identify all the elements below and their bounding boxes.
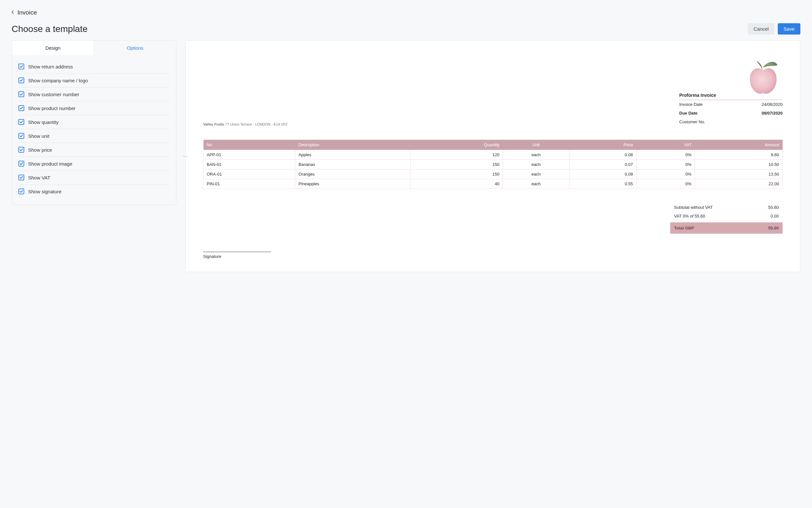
invoice-preview: Valley Fruits 77 Union Terrace - LONDON … bbox=[185, 40, 800, 272]
option-row: Show quantity bbox=[18, 115, 169, 129]
cell-vat: 0% bbox=[636, 150, 695, 160]
col-price: Price bbox=[570, 140, 636, 150]
option-row: Show unit bbox=[18, 129, 169, 143]
breadcrumb-label: Invoice bbox=[17, 9, 37, 16]
cell-unit: each bbox=[503, 160, 570, 169]
breadcrumb[interactable]: Invoice bbox=[12, 0, 800, 19]
col-unit: Unit bbox=[503, 140, 570, 150]
option-row: Show VAT bbox=[18, 171, 169, 184]
cell-vat: 0% bbox=[636, 169, 695, 179]
cell-amount: 22.00 bbox=[695, 179, 782, 189]
page-title: Choose a template bbox=[12, 24, 87, 34]
col-desc: Description bbox=[295, 140, 411, 150]
cell-no: APP-01 bbox=[203, 150, 295, 160]
cell-desc: Apples bbox=[295, 150, 411, 160]
invoice-date-value: 24/06/2020 bbox=[762, 102, 783, 107]
signature-label: Signature bbox=[203, 254, 221, 259]
checkbox[interactable] bbox=[18, 161, 24, 167]
cell-unit: each bbox=[503, 179, 570, 189]
option-label: Show return address bbox=[28, 64, 73, 70]
invoice-title: Proforma Invoice bbox=[679, 93, 783, 100]
total-label: Total GBP bbox=[674, 225, 694, 230]
vat-label: VAT 0% of 55.60 bbox=[674, 214, 705, 218]
table-row: BAN-01Bananas150each0.070%10.50 bbox=[203, 160, 783, 169]
cell-unit: each bbox=[503, 150, 570, 160]
subtotal-label: Subtotal without VAT bbox=[674, 205, 712, 210]
sender-address: Valley Fruits 77 Union Terrace - LONDON … bbox=[203, 122, 287, 126]
option-label: Show VAT bbox=[28, 175, 50, 180]
checkbox[interactable] bbox=[18, 133, 24, 139]
option-label: Show company name / logo bbox=[28, 78, 88, 83]
cell-desc: Bananas bbox=[295, 160, 411, 169]
checkbox[interactable] bbox=[18, 119, 24, 125]
cell-amount: 10.50 bbox=[695, 160, 782, 169]
totals-block: Subtotal without VAT 55.60 VAT 0% of 55.… bbox=[670, 203, 783, 234]
cell-vat: 0% bbox=[636, 179, 695, 189]
cell-no: BAN-01 bbox=[203, 160, 295, 169]
cell-price: 0.55 bbox=[570, 179, 636, 189]
option-row: Show company name / logo bbox=[18, 74, 169, 87]
table-row: APP-01Apples120each0.080%9.60 bbox=[203, 150, 783, 160]
chevron-left-icon[interactable] bbox=[12, 10, 14, 15]
customer-no-label: Customer No. bbox=[679, 119, 705, 124]
option-label: Show product image bbox=[28, 161, 72, 167]
table-row: ORA-01Oranges150each0.090%13.50 bbox=[203, 169, 783, 179]
cell-qty: 150 bbox=[411, 160, 503, 169]
option-label: Show price bbox=[28, 147, 52, 153]
cell-no: PIN-01 bbox=[203, 179, 295, 189]
col-no: No bbox=[203, 140, 295, 150]
tab-design[interactable]: Design bbox=[12, 40, 94, 55]
option-row: Show return address bbox=[18, 60, 169, 74]
option-label: Show quantity bbox=[28, 119, 59, 125]
option-row: Show product image bbox=[18, 157, 169, 171]
cell-vat: 0% bbox=[636, 160, 695, 169]
checkbox[interactable] bbox=[18, 91, 24, 97]
cell-amount: 9.60 bbox=[695, 150, 782, 160]
checkbox[interactable] bbox=[18, 175, 24, 180]
option-row: Show price bbox=[18, 143, 169, 157]
total-value: 55.60 bbox=[768, 225, 779, 230]
option-row: Show product number bbox=[18, 101, 169, 115]
cell-unit: each bbox=[503, 169, 570, 179]
company-logo bbox=[203, 58, 783, 98]
checkbox[interactable] bbox=[18, 78, 24, 83]
table-row: PIN-01Pineapples40each0.550%22.00 bbox=[203, 179, 783, 189]
signature-block: Signature bbox=[203, 252, 783, 259]
tab-options[interactable]: Options bbox=[94, 41, 176, 55]
option-label: Show product number bbox=[28, 105, 76, 111]
option-row: Show signature bbox=[18, 184, 169, 198]
cell-price: 0.09 bbox=[570, 169, 636, 179]
cell-qty: 120 bbox=[411, 150, 503, 160]
option-label: Show unit bbox=[28, 133, 49, 139]
cell-desc: Oranges bbox=[295, 169, 411, 179]
due-date-value: 08/07/2020 bbox=[762, 111, 783, 116]
option-label: Show signature bbox=[28, 189, 62, 194]
checkbox[interactable] bbox=[18, 105, 24, 111]
cell-price: 0.08 bbox=[570, 150, 636, 160]
option-row: Show customer number bbox=[18, 87, 169, 101]
template-settings-panel: Design Options Show return addressShow c… bbox=[12, 40, 176, 205]
cell-amount: 13.50 bbox=[695, 169, 782, 179]
checkbox[interactable] bbox=[18, 64, 24, 70]
cell-qty: 150 bbox=[411, 169, 503, 179]
subtotal-value: 55.60 bbox=[768, 205, 779, 210]
vat-value: 0.00 bbox=[771, 214, 779, 218]
checkbox[interactable] bbox=[18, 188, 24, 194]
col-amount: Amount bbox=[695, 140, 782, 150]
cell-no: ORA-01 bbox=[203, 169, 295, 179]
col-qty: Quantity bbox=[411, 140, 503, 150]
cancel-button[interactable]: Cancel bbox=[748, 23, 775, 35]
save-button[interactable]: Save bbox=[778, 23, 800, 35]
col-vat: VAT bbox=[636, 140, 695, 150]
cell-price: 0.07 bbox=[570, 160, 636, 169]
invoice-line-items-table: No Description Quantity Unit Price VAT A… bbox=[203, 140, 783, 189]
cell-desc: Pineapples bbox=[295, 179, 411, 189]
due-date-label: Due Date bbox=[679, 111, 697, 116]
invoice-date-label: Invoice Date bbox=[679, 102, 702, 107]
cell-qty: 40 bbox=[411, 179, 503, 189]
checkbox[interactable] bbox=[18, 147, 24, 153]
option-label: Show customer number bbox=[28, 92, 79, 97]
